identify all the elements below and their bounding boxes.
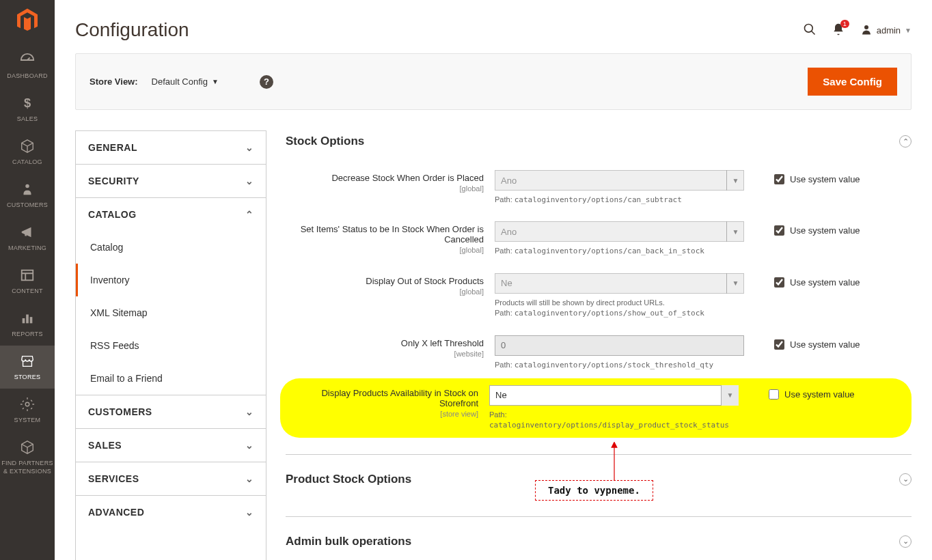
select-decrease-stock[interactable]: Ano xyxy=(495,170,744,191)
page-title: Configuration xyxy=(75,19,189,41)
confignav-general[interactable]: GENERAL⌄ xyxy=(76,131,266,164)
svg-text:$: $ xyxy=(24,96,31,110)
nav-catalog[interactable]: CATALOG xyxy=(0,130,55,173)
nav-stores[interactable]: STORES xyxy=(0,346,55,389)
nav-dashboard[interactable]: DASHBOARD xyxy=(0,44,55,87)
chevron-down-icon: ⌄ xyxy=(245,473,254,484)
confignav-item-inventory[interactable]: Inventory xyxy=(76,264,266,296)
nav-partners[interactable]: FIND PARTNERS & EXTENSIONS xyxy=(0,432,55,484)
chevron-down-icon: ⌄ xyxy=(245,176,254,186)
confignav-catalog[interactable]: CATALOG⌃ xyxy=(76,198,266,231)
save-config-button[interactable]: Save Config xyxy=(808,68,897,96)
config-nav: GENERAL⌄ SECURITY⌄ CATALOG⌃ Catalog Inve… xyxy=(75,130,266,560)
notifications-count: 1 xyxy=(840,20,849,28)
user-icon xyxy=(860,23,873,38)
magento-logo[interactable] xyxy=(14,7,41,34)
confignav-item-catalog[interactable]: Catalog xyxy=(76,231,266,264)
cube-icon xyxy=(0,139,55,155)
svg-point-6 xyxy=(25,402,29,406)
gauge-icon xyxy=(0,53,55,69)
svg-point-1 xyxy=(25,184,29,188)
annotation-box: Tady to vypneme. xyxy=(535,480,653,501)
section-admin-bulk[interactable]: Admin bulk operations ⌄ xyxy=(286,531,912,560)
svg-rect-5 xyxy=(30,317,33,323)
confignav-services[interactable]: SERVICES⌄ xyxy=(76,462,266,495)
confignav-customers[interactable]: CUSTOMERS⌄ xyxy=(76,395,266,428)
nav-system[interactable]: SYSTEM xyxy=(0,389,55,432)
store-icon xyxy=(0,354,55,370)
layout-icon xyxy=(0,268,55,284)
store-view-bar: Store View: Default Config ▼ ? Save Conf… xyxy=(75,53,912,110)
config-body: Stock Options ⌃ Decrease Stock When Orde… xyxy=(286,130,912,560)
dollar-icon: $ xyxy=(0,96,55,112)
field-back-in-stock: Set Items' Status to be In Stock When Or… xyxy=(286,213,912,264)
chevron-down-icon: ⌄ xyxy=(245,440,254,451)
caret-down-icon: ▼ xyxy=(905,27,912,34)
main-content: Configuration 1 admin ▼ Store View: Defa… xyxy=(55,0,932,560)
chevron-down-icon: ⌄ xyxy=(245,142,254,153)
store-view-label: Store View: xyxy=(90,76,138,87)
account-label: admin xyxy=(877,25,901,36)
use-system-value[interactable]: Use system value xyxy=(774,335,860,350)
use-system-value[interactable]: Use system value xyxy=(774,221,860,236)
admin-sidebar: DASHBOARD $ SALES CATALOG CUSTOMERS MARK… xyxy=(0,0,55,560)
chevron-down-icon: ⌄ xyxy=(245,406,254,417)
confignav-advanced[interactable]: ADVANCED⌄ xyxy=(76,496,266,529)
svg-point-7 xyxy=(804,24,812,32)
help-icon[interactable]: ? xyxy=(260,75,273,89)
page-header: Configuration 1 admin ▼ xyxy=(75,0,912,53)
search-icon[interactable] xyxy=(803,23,817,38)
bell-icon xyxy=(832,27,845,38)
nav-sales[interactable]: $ SALES xyxy=(0,87,55,130)
puzzle-icon xyxy=(0,440,55,456)
svg-rect-4 xyxy=(26,315,29,324)
account-menu[interactable]: admin ▼ xyxy=(860,23,912,38)
megaphone-icon xyxy=(0,225,55,241)
field-threshold: Only X left Threshold[website] Path: cat… xyxy=(286,327,912,378)
chevron-up-icon: ⌃ xyxy=(245,209,254,220)
field-display-availability: Display Products Availability in Stock o… xyxy=(280,378,912,438)
nav-marketing[interactable]: MARKETING xyxy=(0,216,55,260)
svg-rect-2 xyxy=(22,270,33,281)
collapse-icon: ⌃ xyxy=(899,135,912,148)
store-view-switcher[interactable]: Default Config ▼ xyxy=(152,76,219,87)
nav-reports[interactable]: REPORTS xyxy=(0,303,55,346)
bars-icon xyxy=(0,311,55,327)
use-system-value[interactable]: Use system value xyxy=(774,273,860,288)
field-decrease-stock: Decrease Stock When Order is Placed[glob… xyxy=(286,162,912,213)
confignav-security[interactable]: SECURITY⌄ xyxy=(76,165,266,197)
chevron-down-icon: ⌄ xyxy=(245,507,254,518)
input-threshold[interactable] xyxy=(495,335,744,356)
nav-customers[interactable]: CUSTOMERS xyxy=(0,173,55,216)
confignav-item-xml-sitemap[interactable]: XML Sitemap xyxy=(76,296,266,329)
expand-icon: ⌄ xyxy=(899,473,912,486)
use-system-value[interactable]: Use system value xyxy=(774,170,860,184)
section-stock-options[interactable]: Stock Options ⌃ xyxy=(286,130,912,162)
notifications-button[interactable]: 1 xyxy=(832,23,845,38)
confignav-item-email-friend[interactable]: Email to a Friend xyxy=(76,362,266,395)
select-show-out-of-stock[interactable]: Ne xyxy=(495,273,744,294)
svg-rect-3 xyxy=(23,318,25,323)
select-display-availability[interactable]: Ne xyxy=(489,385,739,406)
use-system-value[interactable]: Use system value xyxy=(769,385,855,400)
confignav-sales[interactable]: SALES⌄ xyxy=(76,429,266,462)
caret-down-icon: ▼ xyxy=(212,78,219,85)
field-show-out-of-stock: Display Out of Stock Products[global] Ne… xyxy=(286,265,912,327)
select-back-in-stock[interactable]: Ano xyxy=(495,221,744,242)
nav-content[interactable]: CONTENT xyxy=(0,260,55,303)
person-icon xyxy=(0,182,55,198)
svg-point-8 xyxy=(864,25,868,29)
gear-icon xyxy=(0,397,55,413)
expand-icon: ⌄ xyxy=(899,535,912,548)
confignav-item-rss-feeds[interactable]: RSS Feeds xyxy=(76,329,266,362)
